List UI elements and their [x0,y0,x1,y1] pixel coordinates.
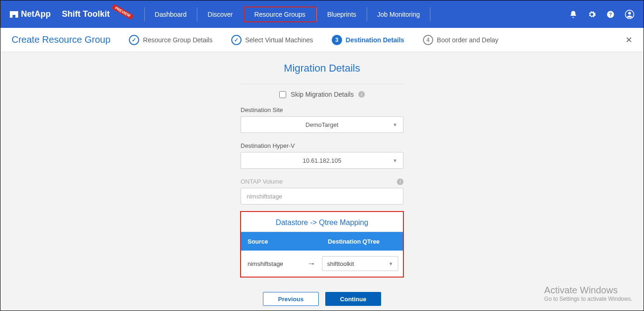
dest-site-label: Destination Site [241,106,403,113]
wizard-title: Create Resource Group [12,34,110,45]
windows-watermark: Activate Windows Go to Settings to activ… [544,285,632,302]
step-label: Boot order and Delay [437,36,498,44]
bell-icon[interactable] [569,10,577,19]
check-icon: ✓ [129,35,139,45]
skip-migration-checkbox[interactable] [279,91,286,98]
svg-rect-0 [10,11,13,18]
dest-site-value: DemoTarget [306,121,339,128]
nav-job-monitoring[interactable]: Job Monitoring [367,7,431,21]
mapping-row: nimshiftstage → shifttoolkit ▼ [241,251,403,277]
ontap-volume-field: nimshiftstage [241,188,403,205]
dest-hyperv-value: 10.61.182.105 [302,157,341,164]
arrow-right-icon: → [301,259,322,269]
dest-hyperv-label: Destination Hyper-V [241,142,403,149]
nav-dashboard[interactable]: Dashboard [144,7,197,21]
ontap-volume-label: ONTAP Volume i [241,178,403,185]
step-number: 4 [423,35,433,45]
previous-button[interactable]: Previous [263,292,319,306]
mapping-dest-select[interactable]: shifttoolkit ▼ [322,256,398,271]
nav-discover[interactable]: Discover [197,7,243,21]
skip-migration-label: Skip Migration Details [291,91,354,98]
app-title-text: Shift Toolkit [62,9,110,19]
wizard-steps: ✓ Resource Group Details ✓ Select Virtua… [129,35,498,45]
step-number: 3 [332,35,342,45]
skip-migration-row: Skip Migration Details i [241,91,403,98]
section-title: Migration Details [284,62,360,74]
ontap-value: nimshiftstage [247,193,282,200]
netapp-icon [10,10,18,19]
app-title: Shift Toolkit PREVIEW [62,9,135,19]
step-label: Destination Details [346,36,404,44]
chevron-down-icon: ▼ [389,261,393,266]
user-icon[interactable] [625,10,634,19]
info-icon[interactable]: i [358,91,365,98]
svg-text:?: ? [609,11,612,17]
brand-text: NetApp [21,9,51,19]
form-area: Skip Migration Details i Destination Sit… [241,84,403,214]
mapping-dest-value: shifttoolkit [327,260,354,267]
continue-button[interactable]: Continue [325,292,381,306]
dest-site-select[interactable]: DemoTarget ▼ [241,116,403,133]
check-icon: ✓ [231,35,242,45]
mapping-source-value: nimshiftstage [246,260,301,267]
brand-logo: NetApp [10,9,51,19]
step-boot-order[interactable]: 4 Boot order and Delay [423,35,498,45]
mapping-col-source: Source [241,238,314,245]
watermark-line1: Activate Windows [544,285,632,296]
step-select-vms[interactable]: ✓ Select Virtual Machines [231,35,313,45]
step-resource-group-details[interactable]: ✓ Resource Group Details [129,35,212,45]
mapping-title: Datastore -> Qtree Mapping [241,212,403,232]
top-nav: Dashboard Discover Resource Groups Bluep… [144,0,431,28]
nav-blueprints[interactable]: Blueprints [316,7,366,21]
step-destination-details[interactable]: 3 Destination Details [332,35,404,45]
mapping-header: Source Destination QTree [241,232,403,251]
svg-rect-1 [15,11,18,18]
chevron-down-icon: ▼ [393,122,397,127]
app-header: NetApp Shift Toolkit PREVIEW Dashboard D… [0,0,644,28]
wizard-steps-bar: Create Resource Group ✓ Resource Group D… [0,28,644,52]
header-actions: ? [569,10,634,19]
svg-point-6 [628,12,631,14]
info-icon[interactable]: i [397,179,403,185]
chevron-down-icon: ▼ [393,158,397,163]
watermark-line2: Go to Settings to activate Windows. [544,296,632,302]
svg-rect-2 [13,11,15,15]
preview-badge: PREVIEW [111,4,134,20]
datastore-qtree-mapping: Datastore -> Qtree Mapping Source Destin… [240,211,404,278]
step-label: Select Virtual Machines [245,36,313,44]
main-content: Migration Details Skip Migration Details… [0,52,644,278]
gear-icon[interactable] [588,10,596,19]
dest-hyperv-select[interactable]: 10.61.182.105 ▼ [241,152,403,169]
mapping-col-dest: Destination QTree [314,238,403,245]
ontap-label-text: ONTAP Volume [241,178,283,185]
help-icon[interactable]: ? [606,10,615,19]
close-icon[interactable]: ✕ [625,35,632,45]
nav-resource-groups[interactable]: Resource Groups [243,7,317,22]
divider [241,84,403,84]
step-label: Resource Group Details [143,36,212,44]
